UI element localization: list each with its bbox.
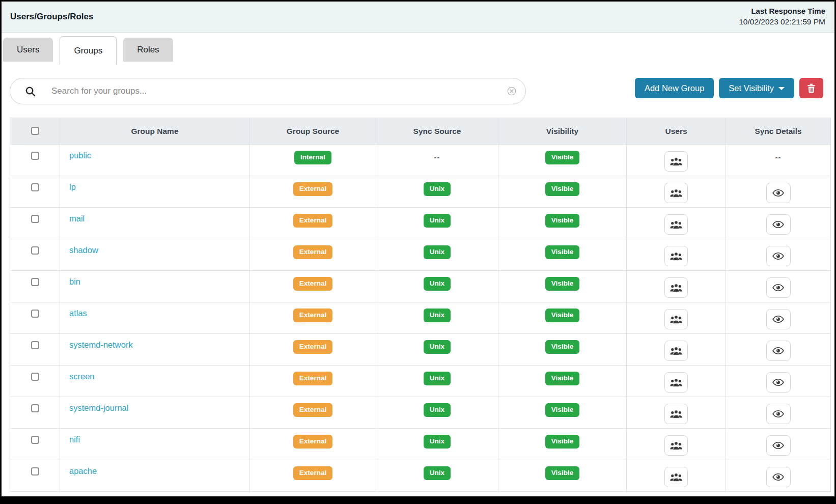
group-name-link[interactable]: atlas — [69, 309, 87, 318]
sync-source-cell: Unix — [376, 176, 498, 208]
users-button[interactable] — [664, 404, 688, 424]
sync-source-badge: Unix — [424, 466, 451, 480]
users-icon — [670, 315, 682, 324]
row-select-cell — [10, 208, 60, 239]
sync-source-cell: Unix — [376, 239, 498, 271]
users-cell — [627, 302, 726, 334]
select-all-checkbox[interactable] — [31, 127, 39, 135]
row-select-cell — [10, 145, 60, 176]
sync-details-button[interactable] — [766, 246, 791, 266]
row-checkbox[interactable] — [31, 215, 39, 223]
search-input[interactable] — [51, 86, 507, 96]
group-source-badge: External — [293, 340, 332, 354]
visibility-cell: Visible — [498, 366, 627, 397]
users-button[interactable] — [664, 372, 688, 393]
group-source-badge: External — [293, 372, 332, 385]
groups-table: Group Name Group Source Sync Source Visi… — [10, 118, 827, 492]
group-name-link[interactable]: shadow — [69, 245, 98, 255]
users-cell — [627, 429, 726, 460]
group-name-link[interactable]: lp — [69, 182, 76, 191]
row-checkbox[interactable] — [31, 278, 39, 286]
sync-source-cell: Unix — [376, 271, 498, 302]
users-cell — [627, 334, 726, 366]
table-row: mailExternalUnixVisible — [10, 208, 831, 239]
group-name-cell: shadow — [60, 239, 250, 271]
users-icon — [670, 441, 682, 450]
group-name-link[interactable]: systemd-network — [69, 340, 133, 349]
users-icon — [670, 284, 682, 292]
group-name-link[interactable]: screen — [69, 372, 95, 381]
row-checkbox[interactable] — [31, 341, 39, 349]
row-checkbox[interactable] — [31, 467, 39, 475]
group-source-badge: External — [293, 214, 332, 228]
sync-details-button[interactable] — [766, 372, 791, 393]
delete-groups-button[interactable] — [799, 78, 823, 98]
tab-users[interactable]: Users — [3, 38, 53, 62]
visibility-cell: Visible — [498, 460, 627, 492]
group-name-link[interactable]: bin — [69, 277, 80, 286]
visibility-badge: Visible — [545, 340, 579, 354]
sync-details-button[interactable] — [766, 277, 791, 298]
sync-details-button[interactable] — [766, 183, 791, 203]
users-button[interactable] — [664, 214, 688, 235]
row-checkbox[interactable] — [31, 373, 39, 381]
row-checkbox[interactable] — [31, 404, 39, 412]
row-checkbox[interactable] — [31, 436, 39, 444]
tab-groups[interactable]: Groups — [60, 36, 117, 65]
row-checkbox[interactable] — [31, 310, 39, 318]
tab-roles[interactable]: Roles — [123, 38, 173, 62]
users-button[interactable] — [664, 467, 688, 487]
set-visibility-label: Set Visibility — [729, 83, 774, 93]
users-button[interactable] — [664, 246, 688, 266]
users-button[interactable] — [664, 183, 688, 203]
select-all-header — [10, 118, 60, 145]
row-select-cell — [10, 460, 60, 492]
sync-details-cell — [726, 366, 831, 397]
users-cell — [627, 366, 726, 397]
users-button[interactable] — [664, 151, 688, 172]
users-icon — [670, 189, 682, 198]
users-button[interactable] — [664, 277, 688, 298]
users-button[interactable] — [664, 435, 688, 456]
users-button[interactable] — [664, 341, 688, 361]
visibility-cell: Visible — [498, 176, 627, 208]
table-row: nifiExternalUnixVisible — [10, 429, 831, 460]
clear-circle-icon[interactable] — [507, 87, 516, 96]
group-search-bar[interactable] — [10, 78, 526, 104]
group-name-cell: apache — [60, 460, 250, 492]
users-icon — [670, 378, 682, 387]
sync-details-button[interactable] — [766, 467, 791, 487]
row-checkbox[interactable] — [31, 183, 39, 191]
group-name-link[interactable]: nifi — [69, 435, 80, 444]
group-source-badge: External — [293, 182, 332, 196]
group-source-cell: External — [250, 429, 376, 460]
group-name-link[interactable]: mail — [69, 214, 85, 223]
group-name-link[interactable]: public — [69, 151, 91, 160]
sync-source-badge: Unix — [424, 309, 451, 322]
sync-details-cell — [726, 302, 831, 334]
visibility-badge: Visible — [545, 403, 579, 417]
sync-source-badge: Unix — [424, 340, 451, 354]
add-new-group-button[interactable]: Add New Group — [635, 78, 714, 98]
sync-details-button[interactable] — [766, 341, 791, 361]
sync-details-button[interactable] — [766, 309, 791, 329]
sync-details-button[interactable] — [766, 435, 791, 456]
toolbar: Add New Group Set Visibility — [2, 64, 834, 118]
users-icon — [670, 473, 682, 482]
row-select-cell — [10, 302, 60, 334]
sync-details-button[interactable] — [766, 214, 791, 235]
group-name-link[interactable]: apache — [69, 466, 97, 475]
row-checkbox[interactable] — [31, 152, 39, 160]
sync-details-button[interactable] — [766, 404, 791, 424]
group-name-cell: systemd-journal — [60, 397, 250, 429]
group-source-cell: External — [250, 460, 376, 492]
group-name-link[interactable]: systemd-journal — [69, 403, 128, 412]
row-select-cell — [10, 176, 60, 208]
table-row: screenExternalUnixVisible — [10, 366, 831, 397]
users-button[interactable] — [664, 309, 688, 329]
row-checkbox[interactable] — [31, 246, 39, 255]
sync-source-cell: Unix — [376, 397, 498, 429]
sync-details-cell — [726, 460, 831, 492]
users-cell — [627, 239, 726, 271]
set-visibility-button[interactable]: Set Visibility — [719, 78, 794, 98]
